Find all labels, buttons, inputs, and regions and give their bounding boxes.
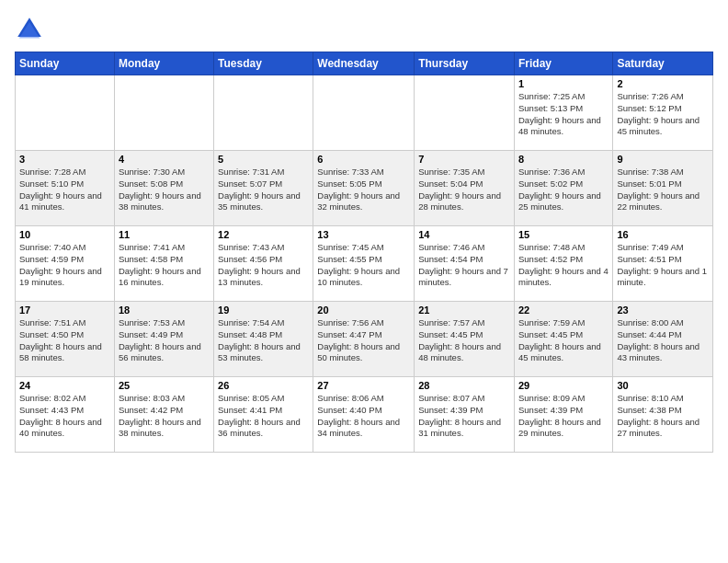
calendar-cell: 13Sunrise: 7:45 AM Sunset: 4:55 PM Dayli… [313, 226, 415, 302]
day-info: Sunrise: 7:30 AM Sunset: 5:08 PM Dayligh… [119, 167, 210, 213]
day-info: Sunrise: 7:46 AM Sunset: 4:54 PM Dayligh… [418, 242, 510, 289]
day-info: Sunrise: 7:26 AM Sunset: 5:12 PM Dayligh… [617, 91, 709, 138]
day-info: Sunrise: 7:51 AM Sunset: 4:50 PM Dayligh… [19, 317, 110, 364]
day-number: 16 [617, 229, 709, 240]
calendar-cell: 23Sunrise: 8:00 AM Sunset: 4:44 PM Dayli… [613, 302, 713, 377]
day-number: 10 [19, 229, 110, 240]
calendar-cell: 18Sunrise: 7:53 AM Sunset: 4:49 PM Dayli… [114, 302, 213, 377]
weekday-header-tuesday: Tuesday [214, 52, 313, 75]
day-number: 14 [418, 229, 510, 240]
calendar-cell: 24Sunrise: 8:02 AM Sunset: 4:43 PM Dayli… [16, 377, 115, 453]
calendar-cell: 9Sunrise: 7:38 AM Sunset: 5:01 PM Daylig… [613, 151, 713, 226]
weekday-header-wednesday: Wednesday [313, 52, 415, 75]
weekday-header-monday: Monday [114, 52, 213, 75]
calendar-week-0: 1Sunrise: 7:25 AM Sunset: 5:13 PM Daylig… [16, 75, 713, 151]
calendar-cell: 15Sunrise: 7:48 AM Sunset: 4:52 PM Dayli… [514, 226, 612, 302]
calendar-cell: 26Sunrise: 8:05 AM Sunset: 4:41 PM Dayli… [214, 377, 313, 453]
page-container: SundayMondayTuesdayWednesdayThursdayFrid… [0, 0, 728, 460]
calendar-week-1: 3Sunrise: 7:28 AM Sunset: 5:10 PM Daylig… [16, 151, 713, 226]
calendar-week-4: 24Sunrise: 8:02 AM Sunset: 4:43 PM Dayli… [16, 377, 713, 453]
day-info: Sunrise: 7:57 AM Sunset: 4:45 PM Dayligh… [418, 317, 510, 364]
day-info: Sunrise: 8:05 AM Sunset: 4:41 PM Dayligh… [218, 393, 309, 440]
day-info: Sunrise: 7:33 AM Sunset: 5:05 PM Dayligh… [317, 167, 410, 213]
day-info: Sunrise: 8:10 AM Sunset: 4:38 PM Dayligh… [617, 393, 709, 440]
weekday-header-sunday: Sunday [16, 52, 115, 75]
calendar-cell [16, 75, 115, 151]
calendar-cell: 11Sunrise: 7:41 AM Sunset: 4:58 PM Dayli… [114, 226, 213, 302]
logo-icon [15, 15, 44, 44]
day-number: 5 [218, 154, 309, 165]
calendar-cell: 22Sunrise: 7:59 AM Sunset: 4:45 PM Dayli… [514, 302, 612, 377]
day-number: 22 [518, 304, 609, 316]
calendar-week-2: 10Sunrise: 7:40 AM Sunset: 4:59 PM Dayli… [16, 226, 713, 302]
calendar-cell: 10Sunrise: 7:40 AM Sunset: 4:59 PM Dayli… [16, 226, 115, 302]
calendar-body: 1Sunrise: 7:25 AM Sunset: 5:13 PM Daylig… [16, 75, 713, 453]
day-info: Sunrise: 8:09 AM Sunset: 4:39 PM Dayligh… [518, 393, 609, 440]
day-info: Sunrise: 7:56 AM Sunset: 4:47 PM Dayligh… [317, 317, 410, 364]
day-info: Sunrise: 7:59 AM Sunset: 4:45 PM Dayligh… [518, 317, 609, 364]
calendar-cell: 19Sunrise: 7:54 AM Sunset: 4:48 PM Dayli… [214, 302, 313, 377]
day-info: Sunrise: 7:43 AM Sunset: 4:56 PM Dayligh… [218, 242, 309, 289]
day-info: Sunrise: 8:07 AM Sunset: 4:39 PM Dayligh… [418, 393, 510, 440]
day-info: Sunrise: 7:40 AM Sunset: 4:59 PM Dayligh… [19, 242, 110, 289]
day-number: 25 [119, 380, 210, 391]
day-number: 4 [119, 154, 210, 165]
day-number: 17 [19, 304, 110, 316]
calendar-cell: 4Sunrise: 7:30 AM Sunset: 5:08 PM Daylig… [114, 151, 213, 226]
calendar-cell [214, 75, 313, 151]
day-info: Sunrise: 7:31 AM Sunset: 5:07 PM Dayligh… [218, 167, 309, 213]
weekday-header-thursday: Thursday [415, 52, 515, 75]
day-info: Sunrise: 7:36 AM Sunset: 5:02 PM Dayligh… [518, 167, 609, 213]
calendar-cell: 30Sunrise: 8:10 AM Sunset: 4:38 PM Dayli… [613, 377, 713, 453]
day-number: 15 [518, 229, 609, 240]
day-info: Sunrise: 8:02 AM Sunset: 4:43 PM Dayligh… [19, 393, 110, 440]
day-info: Sunrise: 8:06 AM Sunset: 4:40 PM Dayligh… [317, 393, 410, 440]
day-info: Sunrise: 7:49 AM Sunset: 4:51 PM Dayligh… [617, 242, 709, 289]
day-number: 6 [317, 154, 410, 165]
calendar-cell: 5Sunrise: 7:31 AM Sunset: 5:07 PM Daylig… [214, 151, 313, 226]
day-info: Sunrise: 8:00 AM Sunset: 4:44 PM Dayligh… [617, 317, 709, 364]
day-info: Sunrise: 7:38 AM Sunset: 5:01 PM Dayligh… [617, 167, 709, 213]
day-number: 29 [518, 380, 609, 391]
day-info: Sunrise: 7:45 AM Sunset: 4:55 PM Dayligh… [317, 242, 410, 289]
day-number: 1 [518, 78, 609, 89]
weekday-row: SundayMondayTuesdayWednesdayThursdayFrid… [16, 52, 713, 75]
calendar-cell: 1Sunrise: 7:25 AM Sunset: 5:13 PM Daylig… [514, 75, 612, 151]
day-number: 8 [518, 154, 609, 165]
calendar-cell: 17Sunrise: 7:51 AM Sunset: 4:50 PM Dayli… [16, 302, 115, 377]
day-info: Sunrise: 7:41 AM Sunset: 4:58 PM Dayligh… [119, 242, 210, 289]
day-number: 3 [19, 154, 110, 165]
day-info: Sunrise: 7:28 AM Sunset: 5:10 PM Dayligh… [19, 167, 110, 213]
calendar-cell: 28Sunrise: 8:07 AM Sunset: 4:39 PM Dayli… [415, 377, 515, 453]
day-number: 13 [317, 229, 410, 240]
calendar-cell: 16Sunrise: 7:49 AM Sunset: 4:51 PM Dayli… [613, 226, 713, 302]
calendar-cell: 7Sunrise: 7:35 AM Sunset: 5:04 PM Daylig… [415, 151, 515, 226]
calendar-cell: 6Sunrise: 7:33 AM Sunset: 5:05 PM Daylig… [313, 151, 415, 226]
calendar-header: SundayMondayTuesdayWednesdayThursdayFrid… [16, 52, 713, 75]
day-number: 18 [119, 304, 210, 316]
day-number: 28 [418, 380, 510, 391]
day-number: 20 [317, 304, 410, 316]
day-info: Sunrise: 7:53 AM Sunset: 4:49 PM Dayligh… [119, 317, 210, 364]
calendar-cell: 25Sunrise: 8:03 AM Sunset: 4:42 PM Dayli… [114, 377, 213, 453]
calendar-cell: 3Sunrise: 7:28 AM Sunset: 5:10 PM Daylig… [16, 151, 115, 226]
calendar-cell: 12Sunrise: 7:43 AM Sunset: 4:56 PM Dayli… [214, 226, 313, 302]
day-number: 24 [19, 380, 110, 391]
day-number: 2 [617, 78, 709, 89]
calendar-cell: 14Sunrise: 7:46 AM Sunset: 4:54 PM Dayli… [415, 226, 515, 302]
logo [15, 15, 48, 44]
day-number: 11 [119, 229, 210, 240]
day-info: Sunrise: 7:54 AM Sunset: 4:48 PM Dayligh… [218, 317, 309, 364]
day-number: 9 [617, 154, 709, 165]
calendar-cell: 29Sunrise: 8:09 AM Sunset: 4:39 PM Dayli… [514, 377, 612, 453]
calendar-cell [415, 75, 515, 151]
calendar-cell [114, 75, 213, 151]
day-number: 23 [617, 304, 709, 316]
calendar-cell [313, 75, 415, 151]
day-number: 19 [218, 304, 309, 316]
day-info: Sunrise: 7:48 AM Sunset: 4:52 PM Dayligh… [518, 242, 609, 289]
day-info: Sunrise: 7:35 AM Sunset: 5:04 PM Dayligh… [418, 167, 510, 213]
day-number: 27 [317, 380, 410, 391]
day-number: 30 [617, 380, 709, 391]
day-number: 12 [218, 229, 309, 240]
